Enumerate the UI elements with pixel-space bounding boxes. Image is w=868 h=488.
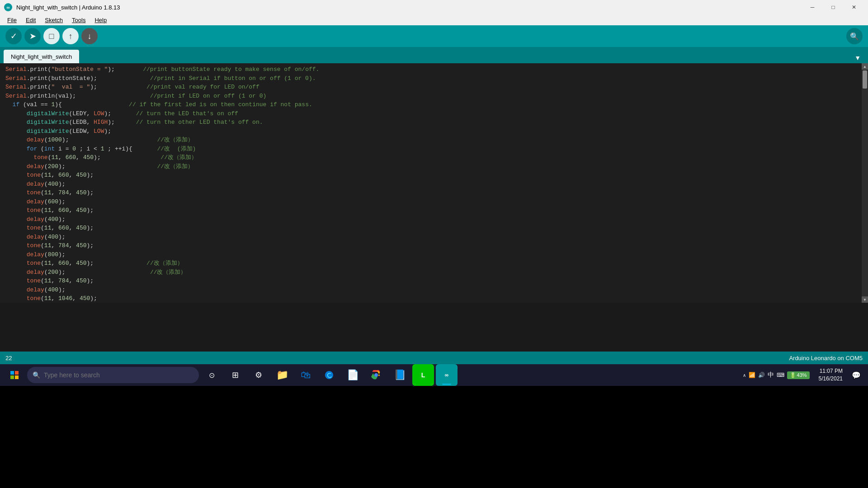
window-controls: ─ □ ✕ [802,0,864,14]
editor-area[interactable]: Serial.print("buttonState = "); //print … [0,63,868,303]
status-board: Arduino Leonardo on COM5 [789,355,863,361]
scroll-thumb[interactable] [863,70,867,89]
battery-indicator[interactable]: 🔋 43% [787,371,810,379]
svg-rect-4 [10,375,14,379]
new-button[interactable]: □ [43,28,60,44]
verify-button[interactable]: ✓ [5,28,22,44]
code-line: tone(11, 660, 450); [5,224,856,233]
title-text: Night_light_with_switch | Arduino 1.8.13 [16,4,120,11]
toolbar: ✓ ➤ □ ↑ ↓ 🔍 [0,25,868,47]
wifi-icon: 📶 [749,372,755,378]
bottom-panel [0,303,868,352]
arduino-icon[interactable]: ∞ [436,364,458,386]
search-button[interactable]: 🔍 [846,28,863,44]
app-icon: ∞ [4,3,13,12]
tray-chevron[interactable]: ∧ [743,373,746,378]
code-line: tone(11, 660, 450); //改（添加） [5,259,856,268]
search-icon: 🔍 [33,371,40,379]
menu-bar: File Edit Sketch Tools Help [0,14,868,25]
code-line: delay(400); [5,180,856,189]
code-line: tone(11, 784, 450); [5,241,856,250]
title-bar: ∞ Night_light_with_switch | Arduino 1.8.… [0,0,868,14]
tab-label: Night_light_with_switch [11,53,72,60]
code-line: delay(600); [5,197,856,206]
menu-edit[interactable]: Edit [22,16,39,24]
line-icon[interactable]: L [412,364,434,386]
code-content[interactable]: Serial.print("buttonState = "); //print … [0,63,862,303]
store-icon[interactable]: 🛍 [295,364,316,386]
code-line: delay(400); [5,233,856,242]
code-line: if (val == 1){ // if the first led is on… [5,100,856,109]
menu-sketch[interactable]: Sketch [41,16,66,24]
code-line: digitalWrite(LEDY, LOW); // turn the LED… [5,109,856,118]
svg-rect-5 [15,375,19,379]
taskbar-right: ∧ 📶 🔊 中 ⌨ 🔋 43% 11:07 PM 5/16/2021 💬 [739,364,864,386]
maximize-button[interactable]: □ [823,0,844,14]
code-line: tone(11, 660, 450); [5,206,856,215]
chrome-icon[interactable] [365,364,387,386]
code-line: Serial.print(buttonState); //print in Se… [5,74,856,83]
code-line: delay(200); //改（添加） [5,268,856,277]
menu-file[interactable]: File [4,16,20,24]
menu-tools[interactable]: Tools [68,16,89,24]
clock-time: 11:07 PM [819,367,843,375]
edge-icon[interactable] [318,364,340,386]
code-line: delay(200); //改（添加） [5,162,856,171]
code-line: tone(11, 784, 450); [5,277,856,286]
code-line: digitalWrite(LEDW, LOW); [5,127,856,136]
code-line: Serial.println(val); //print if LED on o… [5,92,856,101]
settings-taskbar-button[interactable]: ⚙ [248,364,269,386]
tab-night-light[interactable]: Night_light_with_switch [4,50,79,63]
code-line: Serial.print(" val = "); //print val rea… [5,83,856,92]
clock[interactable]: 11:07 PM 5/16/2021 [815,367,846,383]
minimize-button[interactable]: ─ [802,0,823,14]
sys-tray: ∧ 📶 🔊 中 ⌨ 🔋 43% [739,371,813,379]
save-button[interactable]: ↓ [81,28,98,44]
file-explorer-icon[interactable]: 📁 [271,364,293,386]
status-bar: 22 Arduino Leonardo on COM5 [0,352,868,364]
battery-icon: 🔋 [790,372,796,378]
title-bar-left: ∞ Night_light_with_switch | Arduino 1.8.… [4,3,120,12]
svg-rect-3 [15,371,19,375]
tab-bar: Night_light_with_switch ▼ [0,47,868,63]
code-line: delay(400); [5,286,856,295]
widgets-button[interactable]: ⊞ [224,364,246,386]
clock-date: 5/16/2021 [819,375,843,383]
scrollbar-right[interactable]: ▲ ▼ [862,63,868,303]
search-input[interactable] [44,371,193,379]
code-line: for (int i = 0 ; i < 1 ; ++i){ //改 (添加) [5,145,856,154]
scroll-down-arrow[interactable]: ▼ [862,296,868,303]
svg-point-6 [374,373,378,377]
code-line: delay(400); [5,215,856,224]
code-line: delay(1000); //改（添加） [5,136,856,145]
close-button[interactable]: ✕ [844,0,864,14]
code-line: Serial.print("buttonState = "); //print … [5,65,856,74]
start-button[interactable] [4,364,25,386]
scroll-up-arrow[interactable]: ▲ [862,63,868,70]
svg-rect-2 [10,371,14,375]
notification-button[interactable]: 💬 [848,364,864,386]
menu-help[interactable]: Help [91,16,110,24]
volume-icon[interactable]: 🔊 [758,372,765,378]
upload-button[interactable]: ➤ [24,28,41,44]
code-line: tone(11, 1046, 450); [5,294,856,303]
code-line: delay(800); [5,250,856,259]
office-icon[interactable]: 📄 [342,364,363,386]
code-line: digitalWrite(LEDB, HIGH); // turn the ot… [5,118,856,127]
scroll-track[interactable] [862,70,868,296]
code-line: tone(11, 660, 450); //改（添加） [5,153,856,162]
open-button[interactable]: ↑ [62,28,79,44]
svg-text:∞: ∞ [6,5,9,10]
code-line: tone(11, 784, 450); [5,188,856,197]
search-bar[interactable]: 🔍 [27,367,199,383]
task-view-button[interactable]: ⊙ [201,364,222,386]
status-line-number: 22 [5,355,12,361]
word-icon[interactable]: 📘 [389,364,410,386]
battery-percent: 43% [797,372,807,378]
tab-dropdown[interactable]: ▼ [851,52,864,63]
keyboard-icon[interactable]: ⌨ [777,372,784,378]
code-line: tone(11, 660, 450); [5,171,856,180]
taskbar: 🔍 ⊙ ⊞ ⚙ 📁 🛍 📄 📘 L ∞ ∧ 📶 🔊 中 ⌨ � [0,364,868,386]
ime-icon: 中 [768,371,774,379]
